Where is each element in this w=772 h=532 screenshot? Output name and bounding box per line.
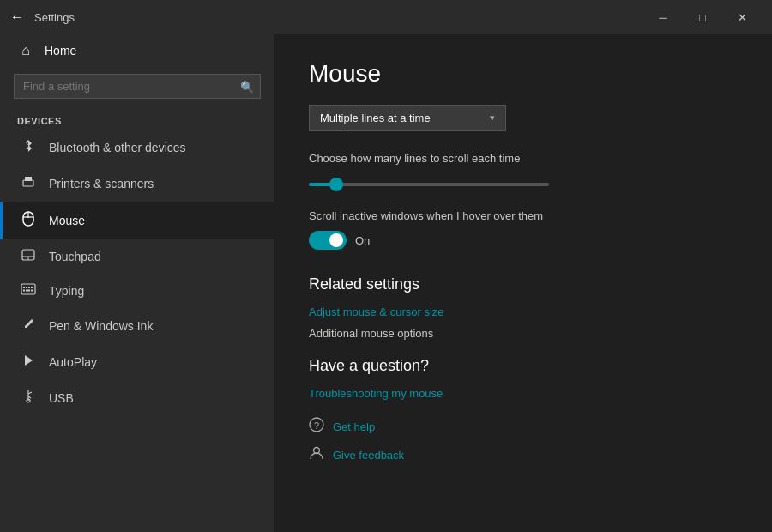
toggle-state-label: On [355,234,370,247]
sidebar-item-mouse[interactable]: Mouse [0,202,274,239]
page-title: Mouse [309,60,738,88]
search-icon: 🔍 [240,80,254,93]
sidebar-item-printers[interactable]: Printers & scanners [0,166,274,202]
svg-rect-16 [31,290,33,292]
mouse-icon [20,211,37,230]
sidebar-item-usb[interactable]: USB [0,380,274,416]
troubleshooting-link[interactable]: Troubleshooting my mouse [309,387,738,400]
sidebar-item-touchpad[interactable]: Touchpad [0,239,274,274]
autoplay-icon [20,354,37,371]
svg-marker-17 [25,355,33,366]
dropdown-value: Multiple lines at a time [320,112,431,124]
sidebar-item-pen[interactable]: Pen & Windows Ink [0,308,274,344]
scroll-lines-label: Choose how many lines to scroll each tim… [309,152,738,165]
sidebar-item-pen-label: Pen & Windows Ink [49,319,153,333]
sidebar-item-autoplay-label: AutoPlay [49,355,97,369]
sidebar-category: Devices [0,106,274,130]
printers-icon [20,175,37,192]
sidebar-search: 🔍 [14,74,261,99]
sidebar-item-typing[interactable]: Typing [0,274,274,308]
get-help-label: Get help [333,420,375,433]
svg-rect-14 [23,290,25,292]
titlebar-title: Settings [34,11,75,24]
chevron-down-icon: ▾ [490,112,495,124]
related-settings-section: Related settings Adjust mouse & cursor s… [309,275,738,340]
sidebar-item-touchpad-label: Touchpad [49,250,101,263]
question-section: Have a question? Troubleshooting my mous… [309,357,738,400]
scroll-mode-dropdown[interactable]: Multiple lines at a time ▾ [309,105,506,131]
close-button[interactable]: ✕ [722,0,762,34]
svg-rect-1 [25,177,32,181]
bluetooth-icon [20,139,37,156]
inactive-scroll-section: Scroll inactive windows when I hover ove… [309,209,738,250]
related-settings-heading: Related settings [309,275,738,293]
sidebar-item-bluetooth[interactable]: Bluetooth & other devices [0,130,274,166]
svg-rect-11 [26,287,27,288]
sidebar-item-mouse-label: Mouse [49,214,85,227]
sidebar-item-autoplay[interactable]: AutoPlay [0,344,274,380]
sidebar-item-usb-label: USB [49,391,74,405]
scroll-lines-slider[interactable] [309,183,549,186]
maximize-button[interactable]: □ [683,0,722,34]
adjust-cursor-link[interactable]: Adjust mouse & cursor size [309,305,738,318]
back-button[interactable]: ← [10,9,24,25]
app-body: ⌂ Home 🔍 Devices Bluetooth & other devic… [0,34,772,532]
titlebar: ← Settings ─ □ ✕ [0,0,772,34]
inactive-scroll-label: Scroll inactive windows when I hover ove… [309,209,738,222]
svg-rect-12 [28,287,30,288]
get-help-icon: ? [309,417,324,437]
sidebar-item-home[interactable]: ⌂ Home [0,34,274,67]
feedback-row[interactable]: Give feedback [309,445,738,465]
home-icon: ⌂ [17,43,34,58]
svg-rect-13 [31,287,33,288]
feedback-icon [309,445,324,465]
inactive-scroll-toggle[interactable] [309,231,347,250]
svg-rect-10 [23,287,25,288]
content-area: Mouse Multiple lines at a time ▾ Choose … [274,34,772,532]
search-input[interactable] [14,74,261,99]
scroll-lines-section: Choose how many lines to scroll each tim… [309,152,738,189]
usb-icon [20,390,37,407]
question-heading: Have a question? [309,357,738,375]
sidebar-item-typing-label: Typing [49,284,84,298]
sidebar-item-printers-label: Printers & scanners [49,177,154,190]
toggle-knob [329,233,343,247]
feedback-label: Give feedback [333,449,404,462]
svg-rect-15 [26,290,30,292]
svg-text:?: ? [314,420,319,431]
get-help-row[interactable]: ? Get help [309,417,738,437]
footer-links: ? Get help Give feedback [309,417,738,465]
typing-icon [20,283,37,299]
titlebar-controls: ─ □ ✕ [643,0,762,34]
additional-mouse-options-link[interactable]: Additional mouse options [309,327,738,340]
svg-rect-2 [25,184,32,185]
svg-rect-9 [21,284,35,294]
toggle-wrapper: On [309,231,738,250]
touchpad-icon [20,249,37,264]
sidebar: ⌂ Home 🔍 Devices Bluetooth & other devic… [0,34,274,532]
pen-icon [20,317,37,335]
sidebar-home-label: Home [45,44,76,57]
minimize-button[interactable]: ─ [643,0,683,34]
sidebar-item-bluetooth-label: Bluetooth & other devices [49,141,186,154]
